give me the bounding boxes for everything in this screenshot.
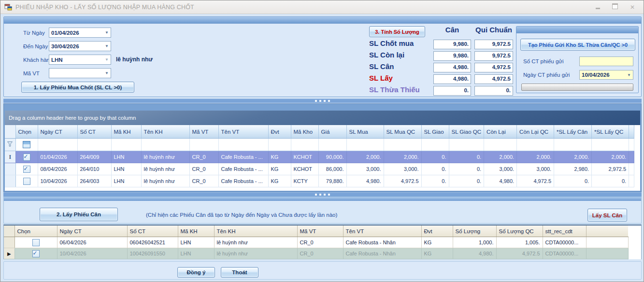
col-sl-lay-qc[interactable]: *SL Lấy QC — [592, 125, 629, 139]
col-ma-kh[interactable]: Mã KH — [111, 125, 141, 139]
cell[interactable]: 4,980. — [484, 175, 517, 187]
cell[interactable]: 90,000. — [318, 151, 346, 163]
row-checkbox[interactable] — [15, 175, 38, 187]
table-row[interactable]: 10/04/2026 264/003 LHN lê huỳnh như CR_0… — [5, 175, 634, 187]
cell[interactable]: 01/04/2026 — [38, 151, 77, 163]
cell[interactable]: 08/04/2026 — [38, 163, 77, 175]
table-row[interactable]: ▶ 10/04/2026 100426091550 LHN lê huỳnh n… — [4, 248, 633, 259]
maximize-button[interactable] — [612, 3, 618, 11]
cell[interactable]: 4,972.5 — [496, 248, 543, 259]
col-con-lai-qc[interactable]: Còn Lại QC — [517, 125, 554, 139]
table-row[interactable]: I 01/04/2026 264/009 LHN lê huỳnh như CR… — [5, 151, 634, 163]
chevron-down-icon[interactable]: ▼ — [627, 73, 631, 77]
cell[interactable]: Cafe Robusta - ... — [218, 163, 268, 175]
col-ma-kh[interactable]: Mã KH — [178, 226, 214, 237]
cell[interactable]: CR_0 — [189, 175, 218, 187]
filter-cell[interactable] — [77, 139, 111, 151]
thoat-button[interactable]: Thoát — [221, 267, 258, 278]
horizontal-splitter[interactable] — [3, 192, 642, 197]
sl-chot-mua-qc-field[interactable]: 9,972.5 — [474, 40, 513, 49]
cell[interactable]: KG — [421, 237, 453, 248]
table-row[interactable]: 06/04/2026 060426042521 LHN lê huỳnh như… — [4, 237, 633, 248]
cell[interactable]: KG — [268, 151, 291, 163]
cell[interactable]: CR_0 — [189, 163, 218, 175]
filter-cell[interactable] — [554, 139, 592, 151]
col-so-ct[interactable]: Số CT — [127, 226, 178, 237]
col-sl-lay-can[interactable]: *SL Lấy Cân — [554, 125, 592, 139]
cell[interactable]: KG — [421, 248, 453, 259]
filter-cell[interactable] — [421, 139, 449, 151]
sl-lay-qc-field[interactable]: 4,972.5 — [474, 74, 513, 84]
col-so-ct[interactable]: Số CT — [77, 125, 111, 139]
col-so-luong-qc[interactable]: Số Lượng QC — [496, 226, 543, 237]
cell[interactable]: 0. — [449, 163, 484, 175]
cell[interactable]: 4,972.5 — [384, 175, 421, 187]
lay-sl-can-button[interactable]: Lấy SL Cân — [587, 209, 627, 222]
cell[interactable]: LHN — [178, 237, 214, 248]
cell[interactable]: 4,980. — [453, 248, 496, 259]
minimize-button[interactable] — [594, 4, 601, 11]
chevron-down-icon[interactable]: ▼ — [105, 71, 109, 75]
cell[interactable]: LHN — [111, 163, 141, 175]
cell[interactable]: KCHOT — [291, 163, 318, 175]
col-dvt[interactable]: Đvt — [268, 125, 291, 139]
cell[interactable]: LHN — [111, 175, 141, 187]
cell[interactable]: 10/04/2026 — [38, 175, 77, 187]
cell[interactable]: 2,972.5 — [592, 163, 629, 175]
sl-thua-thieu-qc-field[interactable]: 0. — [474, 86, 513, 96]
sl-can-can-field[interactable]: 4,980. — [433, 63, 471, 72]
cell[interactable]: 100426091550 — [127, 248, 178, 259]
cell[interactable]: 3,000. — [484, 163, 517, 175]
sl-con-lai-can-field[interactable]: 9,980. — [433, 51, 471, 61]
col-chon[interactable]: Chọn — [15, 125, 38, 139]
cell[interactable]: CR_0 — [297, 237, 343, 248]
col-so-luong[interactable]: Số Lượng — [453, 226, 496, 237]
cell[interactable]: 3,000. — [384, 163, 421, 175]
cell[interactable]: KCTY — [291, 175, 318, 187]
filter-icon[interactable] — [5, 139, 15, 151]
sl-thua-thieu-can-field[interactable]: 0. — [433, 86, 471, 96]
group-by-panel[interactable]: Drag a column header here to group by th… — [5, 111, 640, 125]
cell[interactable]: 264/003 — [77, 175, 111, 187]
cell[interactable]: 2,000. — [384, 151, 421, 163]
cell[interactable]: LHN — [178, 248, 214, 259]
cell[interactable]: Cafe Robusta - Nhân — [343, 248, 421, 259]
filter-cell[interactable] — [189, 139, 218, 151]
cell[interactable]: 2,000. — [484, 151, 517, 163]
chevron-down-icon[interactable]: ▼ — [105, 57, 109, 62]
cell[interactable]: 4,972.5 — [517, 175, 554, 187]
tao-phieu-gui-kho-button[interactable]: Tạo Phiếu Gửi Kho SL Thừa Cân/QC >0 — [520, 39, 635, 51]
col-ngay-ct[interactable]: Ngày CT — [57, 226, 127, 237]
table-row[interactable]: 08/04/2026 264/010 LHN lê huỳnh như CR_0… — [5, 163, 634, 175]
filter-cell[interactable] — [346, 139, 384, 151]
col-dvt[interactable]: Đvt — [421, 226, 453, 237]
row-checkbox[interactable] — [14, 237, 57, 248]
sl-can-qc-field[interactable]: 4,972.5 — [474, 63, 513, 72]
filter-cell[interactable] — [218, 139, 268, 151]
col-gia[interactable]: Giá — [318, 125, 346, 139]
so-ct-phieu-gui-input[interactable] — [579, 56, 633, 66]
cell[interactable]: KG — [268, 163, 291, 175]
row-checkbox[interactable] — [14, 248, 57, 259]
cell[interactable]: 0. — [421, 175, 449, 187]
cell[interactable]: 2,000. — [346, 151, 384, 163]
cell[interactable]: 2,000. — [517, 151, 554, 163]
cell[interactable]: 06/04/2026 — [57, 237, 127, 248]
cell[interactable]: 4,980. — [346, 175, 384, 187]
col-ten-kh[interactable]: Tên KH — [214, 226, 297, 237]
cell[interactable]: lê huỳnh như — [141, 175, 189, 187]
filter-cell[interactable] — [517, 139, 554, 151]
filter-cell[interactable] — [384, 139, 421, 151]
cell[interactable]: 10/04/2026 — [57, 248, 127, 259]
select-all-checkbox[interactable] — [15, 139, 38, 151]
lay-phieu-mua-chot-button[interactable]: 1. Lấy Phiếu Mua Chốt (SL CL >0) — [21, 82, 134, 93]
cell[interactable]: 1,000. — [453, 237, 496, 248]
cell[interactable]: CDTA00000... — [543, 237, 586, 248]
den-ngay-datepicker[interactable]: 30/04/2026▼ — [49, 41, 111, 51]
row-checkbox[interactable] — [15, 151, 38, 163]
filter-cell[interactable] — [291, 139, 318, 151]
cell[interactable]: lê huỳnh như — [214, 237, 297, 248]
cell[interactable]: 0. — [592, 175, 629, 187]
cell[interactable]: KCHOT — [291, 151, 318, 163]
cell[interactable]: CR_0 — [297, 248, 343, 259]
